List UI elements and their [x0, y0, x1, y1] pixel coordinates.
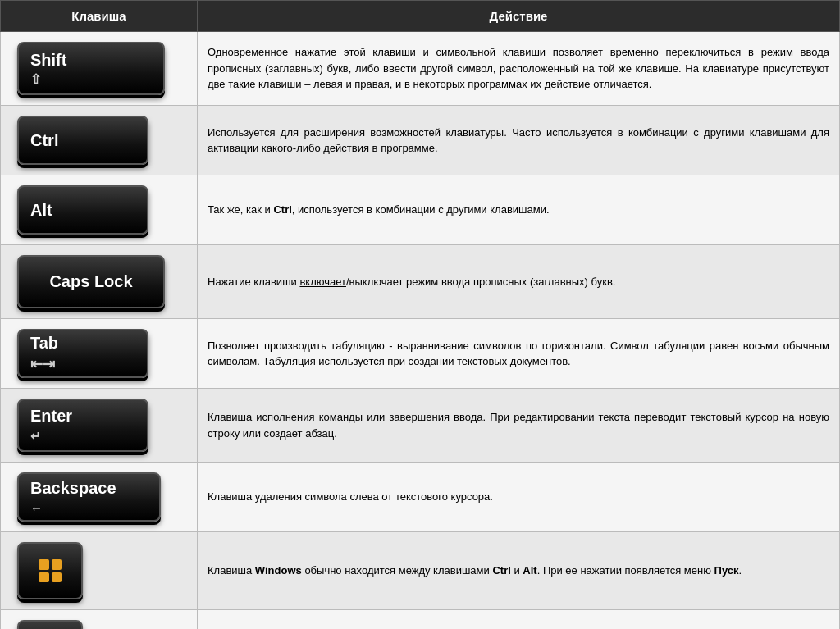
capslock-key-button: Caps Lock: [17, 255, 165, 308]
table-row: Enter ↵ Клавиша исполнения команды или з…: [1, 389, 840, 463]
column-header-key: Клавиша: [1, 1, 198, 32]
shift-key-label: Shift: [30, 51, 66, 70]
ctrl-key-label: Ctrl: [30, 131, 58, 150]
backspace-key-arrow: ←: [30, 501, 43, 515]
table-row: Alt Так же, как и Ctrl, используется в к…: [1, 175, 840, 245]
table-row: Backspace ← Клавиша удаления символа сле…: [1, 463, 840, 532]
desc-cell-ctrl: Используется для расширения возможностей…: [198, 106, 840, 175]
win-icon-bl: [39, 572, 49, 583]
tab-key-label: Tab: [30, 334, 58, 353]
key-cell-capslock: Caps Lock: [1, 245, 198, 319]
shift-key-button: Shift ⇧: [17, 42, 165, 95]
shift-description: Одновременное нажатие этой клавиши и сим…: [208, 46, 829, 90]
column-header-action: Действие: [198, 1, 840, 32]
ctrl-key-button: Ctrl: [17, 116, 148, 165]
win-icon-tl: [39, 559, 49, 570]
alt-key-button: Alt: [17, 185, 148, 235]
table-row: Caps Lock Нажатие клавиши включает/выклю…: [1, 245, 840, 319]
key-cell-shift: Shift ⇧: [1, 32, 198, 106]
table-row: Tab ⇤⇥ Позволяет производить табуляцию -…: [1, 319, 840, 389]
tab-key-button: Tab ⇤⇥: [17, 329, 148, 378]
desc-cell-shift: Одновременное нажатие этой клавиши и сим…: [198, 32, 840, 106]
table-row: Клавиша Windows обычно находится между к…: [1, 532, 840, 610]
win-icon-br: [52, 572, 62, 583]
windows-key-button: [17, 542, 83, 599]
backspace-key-button: Backspace ←: [17, 472, 161, 522]
enter-key-arrow: ↵: [30, 429, 41, 444]
alt-bold: Alt: [523, 564, 536, 577]
desc-cell-menu: Клавиша вызывает контекстное меню объект…: [198, 610, 840, 630]
desc-cell-windows: Клавиша Windows обычно находится между к…: [198, 532, 840, 610]
key-cell-menu: ↖: [1, 610, 198, 630]
tab-key-arrows: ⇤⇥: [30, 355, 55, 373]
desc-cell-tab: Позволяет производить табуляцию - выравн…: [198, 319, 840, 389]
backspace-description: Клавиша удаления символа слева от тексто…: [208, 490, 493, 503]
key-cell-windows: [1, 532, 198, 610]
key-cell-enter: Enter ↵: [1, 389, 198, 463]
key-cell-backspace: Backspace ←: [1, 463, 198, 532]
capslock-key-label: Caps Lock: [49, 272, 132, 291]
desc-cell-alt: Так же, как и Ctrl, используется в комби…: [198, 175, 840, 245]
backspace-key-label: Backspace: [30, 479, 116, 498]
alt-key-label: Alt: [30, 201, 52, 220]
ctrl-bold: Ctrl: [273, 203, 291, 216]
desc-cell-capslock: Нажатие клавиши включает/выключает режим…: [198, 245, 840, 319]
key-cell-alt: Alt: [1, 175, 198, 245]
shift-key-arrow: ⇧: [30, 71, 41, 87]
pusk-bold: Пуск: [714, 564, 739, 577]
table-row: Ctrl Используется для расширения возможн…: [1, 106, 840, 175]
enter-key-button: Enter ↵: [17, 399, 148, 452]
tab-description: Позволяет производить табуляцию - выравн…: [208, 340, 829, 368]
windows-bold: Windows: [255, 564, 302, 577]
desc-cell-backspace: Клавиша удаления символа слева от тексто…: [198, 463, 840, 532]
ctrl-bold2: Ctrl: [492, 564, 510, 577]
table-row: ↖ Клавиша вызывает контекстное меню объе…: [1, 610, 840, 630]
key-cell-tab: Tab ⇤⇥: [1, 319, 198, 389]
desc-cell-enter: Клавиша исполнения команды или завершени…: [198, 389, 840, 463]
windows-key-icon: [39, 559, 62, 582]
menu-key-button: ↖: [17, 620, 83, 629]
table-row: Shift ⇧ Одновременное нажатие этой клави…: [1, 32, 840, 106]
ctrl-description: Используется для расширения возможностей…: [208, 126, 829, 155]
enter-description: Клавиша исполнения команды или завершени…: [208, 411, 829, 440]
key-cell-ctrl: Ctrl: [1, 106, 198, 175]
win-icon-tr: [52, 559, 62, 570]
capslock-underline: включает: [299, 276, 346, 288]
enter-key-label: Enter: [30, 407, 72, 426]
